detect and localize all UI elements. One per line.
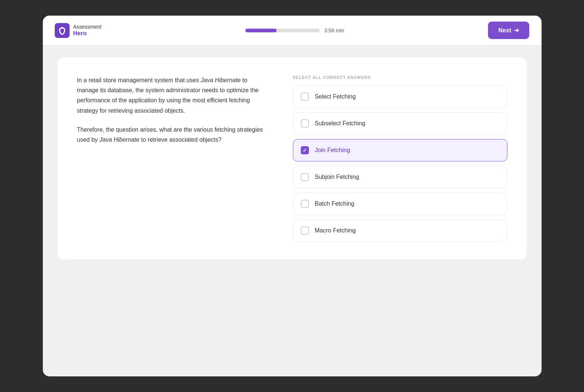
timer-text: 3:56 min: [324, 28, 344, 33]
checkbox-join-fetching: ✓: [301, 146, 309, 154]
answers-side: SELECT ALL CORRECT ANSWERS Select Fetchi…: [293, 75, 507, 242]
next-button[interactable]: Next ➔: [488, 22, 530, 39]
progress-bar-container: [245, 29, 320, 32]
answer-option-batch-fetching[interactable]: Batch Fetching: [293, 193, 507, 215]
answer-option-subselect-fetching[interactable]: Subselect Fetching: [293, 112, 507, 135]
checkbox-select-fetching: [301, 93, 309, 101]
checkbox-subjoin-fetching: [301, 173, 309, 181]
q2-italic: Java Hibernate: [99, 136, 140, 143]
answer-options: Select FetchingSubselect Fetching✓Join F…: [293, 86, 507, 242]
answer-option-select-fetching[interactable]: Select Fetching: [293, 86, 507, 108]
question-paragraph-1: In a retail store management system that…: [77, 75, 271, 116]
checkbox-macro-fetching: [301, 226, 309, 235]
next-arrow-icon: ➔: [514, 27, 519, 34]
answer-label-join-fetching: Join Fetching: [315, 147, 350, 154]
logo-icon: [55, 23, 70, 38]
answer-label-batch-fetching: Batch Fetching: [315, 200, 355, 207]
timer-area: 3:56 min: [245, 28, 344, 33]
answer-label-macro-fetching: Macro Fetching: [315, 227, 356, 234]
brand-icon: [58, 26, 67, 35]
q2-suffix: to retrieve associated objects?: [140, 136, 222, 143]
next-label: Next: [498, 27, 511, 34]
main-content: In a retail store management system that…: [43, 45, 542, 376]
question-paragraph-2: Therefore, the question arises, what are…: [77, 125, 271, 145]
answer-label-select-fetching: Select Fetching: [315, 93, 356, 100]
question-card: In a retail store management system that…: [58, 57, 527, 260]
q1-prefix: In a retail store management system that…: [77, 77, 201, 83]
logo-text-top: Assessment: [73, 24, 102, 30]
header: Assessment Hero 3:56 min Next ➔: [43, 16, 542, 45]
answers-label: SELECT ALL CORRECT ANSWERS: [293, 75, 507, 80]
answer-option-subjoin-fetching[interactable]: Subjoin Fetching: [293, 166, 507, 188]
check-mark: ✓: [303, 148, 307, 153]
question-text-side: In a retail store management system that…: [77, 75, 271, 242]
checkbox-subselect-fetching: [301, 119, 309, 128]
answer-option-macro-fetching[interactable]: Macro Fetching: [293, 219, 507, 242]
logo-text-bottom: Hero: [73, 30, 102, 37]
logo-area: Assessment Hero: [55, 23, 102, 38]
answer-label-subjoin-fetching: Subjoin Fetching: [315, 174, 359, 180]
answer-option-join-fetching[interactable]: ✓Join Fetching: [293, 139, 507, 161]
answer-label-subselect-fetching: Subselect Fetching: [315, 120, 366, 127]
checkbox-batch-fetching: [301, 200, 309, 208]
progress-bar-fill: [245, 29, 277, 32]
logo-text-area: Assessment Hero: [73, 24, 102, 37]
screen-wrapper: Assessment Hero 3:56 min Next ➔ In a ret…: [43, 16, 542, 376]
q1-italic: Java Hibernate: [201, 77, 241, 83]
